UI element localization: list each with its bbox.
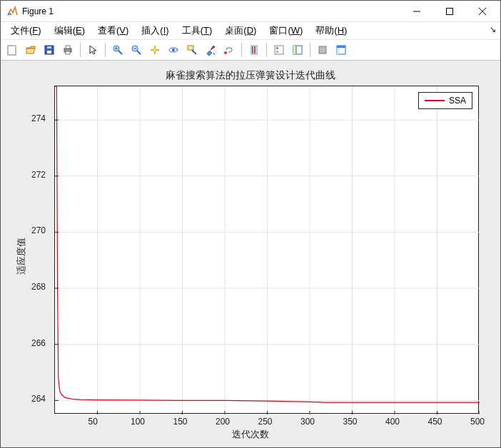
zoom-in-icon bbox=[112, 44, 123, 56]
ytick-label: 270 bbox=[31, 225, 46, 235]
svg-rect-30 bbox=[276, 51, 278, 53]
svg-rect-29 bbox=[276, 47, 278, 49]
zoom-out-icon bbox=[131, 44, 142, 56]
data-cursor-icon bbox=[186, 44, 198, 56]
plot-area: 麻雀搜索算法的拉压弹簧设计迭代曲线 SSA 264266268270272274… bbox=[1, 61, 500, 447]
menu-bar: 文件(F)编辑(E)查看(V)插入(I)工具(T)桌面(D)窗口(W)帮助(H)… bbox=[1, 22, 500, 39]
svg-rect-26 bbox=[252, 46, 253, 54]
svg-point-23 bbox=[192, 50, 194, 52]
menu-w[interactable]: 窗口(W) bbox=[263, 23, 308, 39]
svg-rect-27 bbox=[254, 46, 255, 54]
axes[interactable]: SSA bbox=[54, 86, 479, 414]
hide-plot-tools-icon bbox=[317, 44, 328, 56]
xtick-label: 200 bbox=[216, 417, 230, 427]
menu-e[interactable]: 编辑(E) bbox=[49, 23, 91, 39]
svg-rect-10 bbox=[66, 46, 70, 49]
menu-v[interactable]: 查看(V) bbox=[92, 23, 134, 39]
xtick-label: 50 bbox=[88, 417, 98, 427]
ytick-label: 264 bbox=[31, 394, 46, 404]
pan-icon bbox=[149, 44, 161, 56]
hide-plot-tools-button[interactable] bbox=[314, 41, 331, 58]
figure-window: Figure 1 文件(F)编辑(E)查看(V)插入(I)工具(T)桌面(D)窗… bbox=[0, 0, 501, 448]
new-figure-button[interactable] bbox=[4, 41, 21, 58]
xtick-label: 500 bbox=[470, 417, 485, 427]
title-bar[interactable]: Figure 1 bbox=[1, 1, 500, 22]
svg-point-20 bbox=[172, 49, 175, 51]
maximize-button[interactable] bbox=[433, 1, 466, 22]
save-icon bbox=[44, 44, 55, 56]
ylabel: 适应度值 bbox=[15, 238, 28, 275]
toolbar bbox=[1, 39, 500, 61]
menu-f[interactable]: 文件(F) bbox=[5, 23, 47, 39]
dock-arrow-icon[interactable]: ↘ bbox=[490, 25, 496, 34]
save-button[interactable] bbox=[41, 41, 58, 58]
svg-rect-21 bbox=[188, 46, 193, 50]
link-button[interactable] bbox=[221, 41, 238, 58]
xtick-label: 250 bbox=[258, 417, 273, 427]
brush-icon bbox=[205, 44, 216, 56]
legend-swatch bbox=[425, 100, 445, 101]
legend[interactable]: SSA bbox=[418, 92, 472, 109]
minimize-icon bbox=[413, 8, 420, 15]
svg-point-24 bbox=[224, 51, 227, 54]
svg-rect-32 bbox=[293, 46, 296, 54]
legend-entry: SSA bbox=[449, 96, 466, 106]
svg-line-17 bbox=[137, 51, 141, 54]
legend-icon bbox=[273, 44, 285, 56]
rotate-3d-icon bbox=[168, 44, 179, 56]
ytick-label: 274 bbox=[31, 113, 46, 123]
print-icon bbox=[62, 44, 74, 56]
new-figure-icon bbox=[6, 44, 18, 56]
svg-rect-8 bbox=[47, 46, 51, 49]
pointer-button[interactable] bbox=[84, 41, 101, 58]
brush-button[interactable] bbox=[202, 41, 219, 58]
zoom-out-button[interactable] bbox=[128, 41, 145, 58]
menu-t[interactable]: 工具(T) bbox=[176, 23, 218, 39]
xtick-label: 100 bbox=[131, 417, 145, 427]
open-icon bbox=[25, 44, 36, 56]
insert-colorbar-icon bbox=[292, 44, 303, 56]
svg-rect-34 bbox=[319, 46, 326, 54]
print-button[interactable] bbox=[59, 41, 76, 58]
link-icon bbox=[223, 44, 235, 56]
colorbar-icon bbox=[248, 44, 260, 56]
rotate-3d-button[interactable] bbox=[165, 41, 182, 58]
svg-line-13 bbox=[118, 51, 122, 54]
show-plot-tools-button[interactable] bbox=[333, 41, 350, 58]
ytick-label: 272 bbox=[31, 170, 46, 180]
zoom-in-button[interactable] bbox=[109, 41, 126, 58]
maximize-icon bbox=[446, 8, 453, 15]
insert-colorbar-button[interactable] bbox=[246, 41, 263, 58]
xlabel: 迭代次数 bbox=[1, 428, 500, 441]
svg-rect-36 bbox=[337, 46, 345, 48]
svg-rect-7 bbox=[47, 51, 51, 54]
pointer-icon bbox=[87, 44, 98, 56]
xtick-label: 400 bbox=[385, 417, 400, 427]
open-button[interactable] bbox=[22, 41, 39, 58]
axes-svg bbox=[55, 86, 480, 414]
xtick-label: 300 bbox=[300, 417, 315, 427]
menu-h[interactable]: 帮助(H) bbox=[310, 23, 353, 39]
svg-rect-1 bbox=[447, 8, 453, 14]
svg-rect-11 bbox=[66, 51, 70, 54]
pan-button[interactable] bbox=[146, 41, 163, 58]
chart-title: 麻雀搜索算法的拉压弹簧设计迭代曲线 bbox=[1, 69, 500, 82]
svg-rect-4 bbox=[8, 46, 16, 55]
window-title: Figure 1 bbox=[22, 6, 54, 16]
xtick-label: 150 bbox=[173, 417, 188, 427]
matlab-icon bbox=[6, 6, 18, 17]
insert-legend-button[interactable] bbox=[270, 41, 288, 58]
svg-rect-37 bbox=[337, 48, 339, 54]
ytick-label: 268 bbox=[31, 282, 46, 292]
plot-browser-button[interactable] bbox=[289, 41, 306, 58]
menu-d[interactable]: 桌面(D) bbox=[219, 23, 262, 39]
close-button[interactable] bbox=[466, 1, 499, 22]
xtick-label: 350 bbox=[343, 417, 358, 427]
menu-i[interactable]: 插入(I) bbox=[136, 23, 174, 39]
minimize-button[interactable] bbox=[400, 1, 433, 22]
ytick-label: 266 bbox=[31, 338, 46, 348]
svg-rect-28 bbox=[275, 46, 283, 54]
data-cursor-button[interactable] bbox=[183, 41, 201, 58]
xtick-label: 450 bbox=[428, 417, 442, 427]
show-plot-tools-icon bbox=[335, 44, 347, 56]
